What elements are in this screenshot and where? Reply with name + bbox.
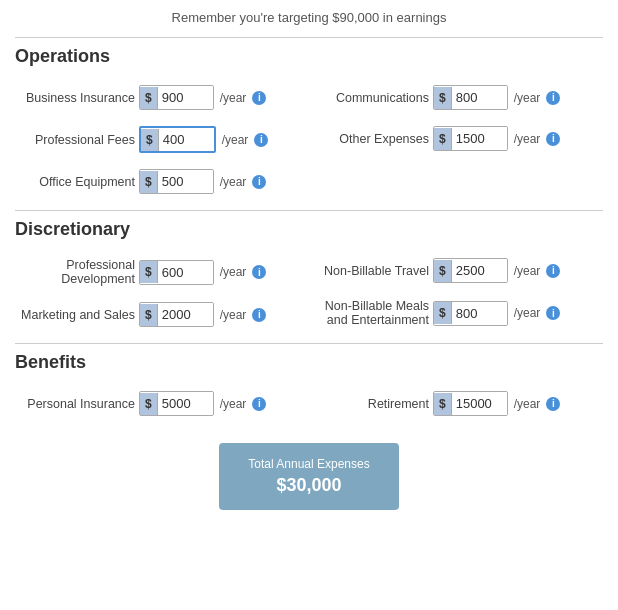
communications-label: Communications (309, 91, 429, 105)
non-billable-travel-label: Non-Billable Travel (309, 264, 429, 278)
non-billable-meals-info-icon[interactable]: i (546, 306, 560, 320)
office-equipment-label: Office Equipment (15, 175, 135, 189)
business-insurance-prefix: $ (140, 87, 158, 109)
total-annual-expenses-box: Total Annual Expenses $30,000 (219, 443, 399, 510)
discretionary-right-col: Non-Billable Travel $ /year i Non-Billab… (309, 250, 603, 335)
discretionary-left-col: Professional Development $ /year i Marke… (15, 250, 309, 335)
marketing-sales-label: Marketing and Sales (15, 308, 135, 322)
communications-input-wrapper: $ (433, 85, 508, 110)
professional-fees-input-wrapper: $ (139, 126, 216, 153)
retirement-suffix: /year (514, 397, 541, 411)
total-label: Total Annual Expenses (239, 457, 379, 471)
retirement-prefix: $ (434, 393, 452, 415)
non-billable-travel-suffix: /year (514, 264, 541, 278)
professional-development-input[interactable] (158, 261, 213, 284)
discretionary-section: Discretionary Professional Development $… (15, 219, 603, 335)
operations-title: Operations (15, 46, 603, 67)
office-equipment-input-wrapper: $ (139, 169, 214, 194)
office-equipment-info-icon[interactable]: i (252, 175, 266, 189)
non-billable-travel-prefix: $ (434, 260, 452, 282)
ops-divider (15, 210, 603, 211)
communications-prefix: $ (434, 87, 452, 109)
professional-development-input-wrapper: $ (139, 260, 214, 285)
non-billable-meals-prefix: $ (434, 302, 452, 324)
marketing-sales-input-wrapper: $ (139, 302, 214, 327)
communications-suffix: /year (514, 91, 541, 105)
professional-fees-suffix: /year (222, 133, 249, 147)
professional-fees-label: Professional Fees (15, 133, 135, 147)
top-divider (15, 37, 603, 38)
benefits-right-col: Retirement $ /year i (309, 383, 603, 424)
total-value: $30,000 (239, 475, 379, 496)
retirement-label: Retirement (309, 397, 429, 411)
benefits-left-col: Personal Insurance $ /year i (15, 383, 309, 424)
communications-row: Communications $ /year i (309, 77, 603, 118)
personal-insurance-info-icon[interactable]: i (252, 397, 266, 411)
personal-insurance-suffix: /year (220, 397, 247, 411)
other-expenses-input-wrapper: $ (433, 126, 508, 151)
marketing-sales-prefix: $ (140, 304, 158, 326)
non-billable-meals-input[interactable] (452, 302, 507, 325)
personal-insurance-row: Personal Insurance $ /year i (15, 383, 309, 424)
marketing-sales-info-icon[interactable]: i (252, 308, 266, 322)
non-billable-travel-input-wrapper: $ (433, 258, 508, 283)
professional-development-suffix: /year (220, 265, 247, 279)
non-billable-meals-input-wrapper: $ (433, 301, 508, 326)
professional-development-row: Professional Development $ /year i (15, 250, 309, 294)
professional-fees-info-icon[interactable]: i (254, 133, 268, 147)
office-equipment-row: Office Equipment $ /year i (15, 161, 309, 202)
professional-fees-input[interactable] (159, 128, 214, 151)
personal-insurance-input-wrapper: $ (139, 391, 214, 416)
non-billable-meals-label: Non-Billable Meals and Entertainment (309, 299, 429, 327)
benefits-title: Benefits (15, 352, 603, 373)
target-message: Remember you're targeting $90,000 in ear… (15, 10, 603, 25)
business-insurance-info-icon[interactable]: i (252, 91, 266, 105)
non-billable-travel-input[interactable] (452, 259, 507, 282)
office-equipment-suffix: /year (220, 175, 247, 189)
professional-fees-row: Professional Fees $ /year i (15, 118, 309, 161)
marketing-sales-suffix: /year (220, 308, 247, 322)
professional-development-label: Professional Development (15, 258, 135, 286)
marketing-sales-row: Marketing and Sales $ /year i (15, 294, 309, 335)
discretionary-title: Discretionary (15, 219, 603, 240)
other-expenses-row: Other Expenses $ /year i (309, 118, 603, 159)
personal-insurance-label: Personal Insurance (15, 397, 135, 411)
professional-fees-prefix: $ (141, 129, 159, 151)
retirement-input[interactable] (452, 392, 507, 415)
communications-input[interactable] (452, 86, 507, 109)
operations-section: Operations Business Insurance $ /year i … (15, 46, 603, 202)
other-expenses-suffix: /year (514, 132, 541, 146)
operations-right-col: Communications $ /year i Other Expenses … (309, 77, 603, 202)
operations-left-col: Business Insurance $ /year i Professiona… (15, 77, 309, 202)
office-equipment-prefix: $ (140, 171, 158, 193)
business-insurance-input-wrapper: $ (139, 85, 214, 110)
disc-divider (15, 343, 603, 344)
business-insurance-label: Business Insurance (15, 91, 135, 105)
marketing-sales-input[interactable] (158, 303, 213, 326)
retirement-info-icon[interactable]: i (546, 397, 560, 411)
business-insurance-row: Business Insurance $ /year i (15, 77, 309, 118)
office-equipment-input[interactable] (158, 170, 213, 193)
other-expenses-prefix: $ (434, 128, 452, 150)
non-billable-meals-row: Non-Billable Meals and Entertainment $ /… (309, 291, 603, 335)
retirement-row: Retirement $ /year i (309, 383, 603, 424)
professional-development-prefix: $ (140, 261, 158, 283)
non-billable-travel-info-icon[interactable]: i (546, 264, 560, 278)
personal-insurance-prefix: $ (140, 393, 158, 415)
other-expenses-info-icon[interactable]: i (546, 132, 560, 146)
benefits-section: Benefits Personal Insurance $ /year i Re… (15, 352, 603, 424)
communications-info-icon[interactable]: i (546, 91, 560, 105)
professional-development-info-icon[interactable]: i (252, 265, 266, 279)
business-insurance-input[interactable] (158, 86, 213, 109)
other-expenses-label: Other Expenses (309, 132, 429, 146)
business-insurance-suffix: /year (220, 91, 247, 105)
non-billable-travel-row: Non-Billable Travel $ /year i (309, 250, 603, 291)
other-expenses-input[interactable] (452, 127, 507, 150)
personal-insurance-input[interactable] (158, 392, 213, 415)
retirement-input-wrapper: $ (433, 391, 508, 416)
non-billable-meals-suffix: /year (514, 306, 541, 320)
